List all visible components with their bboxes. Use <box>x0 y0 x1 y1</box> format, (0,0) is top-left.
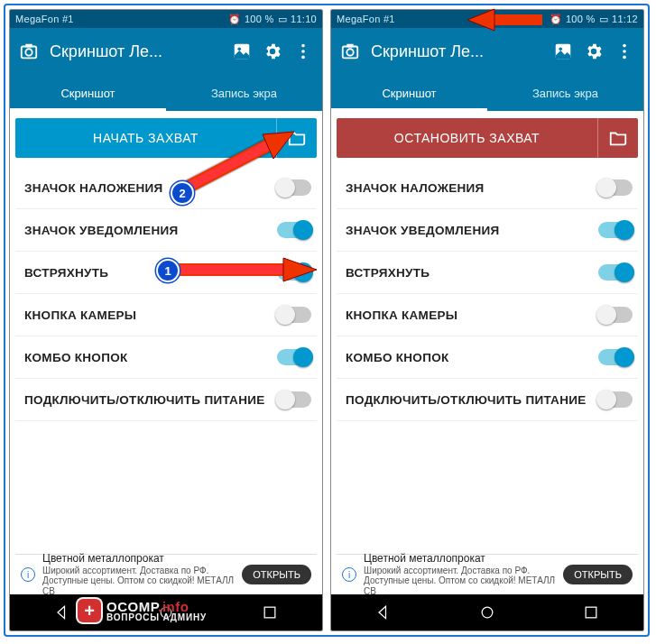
row-overlay-icon[interactable]: ЗНАЧОК НАЛОЖЕНИЯ <box>15 167 317 209</box>
switch-camera-button[interactable] <box>598 307 633 323</box>
battery-icon: ▭ <box>599 14 608 25</box>
row-power-toggle[interactable]: ПОДКЛЮЧИТЬ/ОТКЛЮЧИТЬ ПИТАНИЕ <box>15 379 317 421</box>
switch-power-toggle[interactable] <box>598 391 633 408</box>
gallery-icon[interactable] <box>553 41 573 61</box>
tab-record[interactable]: Запись экра <box>166 75 322 111</box>
switch-button-combo[interactable] <box>277 349 311 365</box>
tab-record[interactable]: Запись экра <box>487 75 643 111</box>
row-button-combo[interactable]: КОМБО КНОПОК <box>337 336 638 379</box>
ad-banner[interactable]: i Цветной металлопрокат Широкий ассортим… <box>337 554 638 594</box>
ad-open-button[interactable]: ОТКРЫТЬ <box>242 565 311 584</box>
switch-notification-icon[interactable] <box>277 222 311 238</box>
battery-label: 100 % <box>245 14 274 24</box>
app-bar: Скриншот Ле... <box>331 28 643 75</box>
svg-point-4 <box>237 47 241 51</box>
capture-folder-icon[interactable] <box>597 118 638 158</box>
ad-info-icon[interactable]: i <box>342 567 356 582</box>
app-logo-camera-icon <box>19 41 39 61</box>
svg-point-1 <box>25 49 32 55</box>
tab-bar: Скриншот Запись экра <box>10 75 322 111</box>
ad-open-button[interactable]: ОТКРЫТЬ <box>563 565 633 584</box>
svg-point-17 <box>623 56 626 60</box>
svg-point-7 <box>301 56 305 60</box>
svg-rect-12 <box>346 44 353 48</box>
switch-button-combo[interactable] <box>598 349 633 365</box>
svg-point-16 <box>623 50 626 53</box>
row-button-combo[interactable]: КОМБО КНОПОК <box>15 336 317 379</box>
row-camera-button[interactable]: КНОПКА КАМЕРЫ <box>15 294 317 336</box>
overflow-menu-icon[interactable] <box>614 41 634 61</box>
tab-bar: Скриншот Запись экра <box>331 75 643 111</box>
switch-shake[interactable] <box>598 264 633 281</box>
content-area: НАЧАТЬ ЗАХВАТ ЗНАЧОК НАЛОЖЕНИЯ ЗНАЧОК УВ… <box>10 111 322 594</box>
row-overlay-icon[interactable]: ЗНАЧОК НАЛОЖЕНИЯ <box>337 167 638 209</box>
svg-point-15 <box>623 44 626 48</box>
ad-title: Цветной металлопрокат <box>42 553 235 566</box>
switch-overlay-icon[interactable] <box>277 179 311 196</box>
switch-overlay-icon[interactable] <box>598 179 633 196</box>
row-notification-icon[interactable]: ЗНАЧОК УВЕДОМЛЕНИЯ <box>337 209 638 252</box>
clock-label: 11:12 <box>612 14 638 24</box>
nav-home-icon[interactable] <box>478 603 496 621</box>
svg-point-6 <box>301 50 305 53</box>
carrier-label: MegaFon #1 <box>337 14 395 24</box>
stop-capture-label: ОСТАНОВИТЬ ЗАХВАТ <box>337 131 597 145</box>
content-area: ОСТАНОВИТЬ ЗАХВАТ ЗНАЧОК НАЛОЖЕНИЯ ЗНАЧО… <box>331 111 643 594</box>
alarm-icon: ⏰ <box>550 14 562 25</box>
phone-left: MegaFon #1 ⏰ 100 % ▭ 11:10 Скриншот Ле..… <box>9 9 323 631</box>
svg-point-18 <box>482 607 493 618</box>
app-title: Скриншот Ле... <box>50 42 221 61</box>
switch-camera-button[interactable] <box>277 307 311 323</box>
status-bar: MegaFon #1 ⏰ 100 % ▭ 11:12 <box>331 10 643 28</box>
status-bar: MegaFon #1 ⏰ 100 % ▭ 11:10 <box>10 10 322 28</box>
row-shake[interactable]: ВСТРЯХНУТЬ <box>337 252 638 294</box>
svg-rect-2 <box>25 44 32 48</box>
app-title: Скриншот Ле... <box>371 42 542 61</box>
row-notification-icon[interactable]: ЗНАЧОК УВЕДОМЛЕНИЯ <box>15 209 317 252</box>
ad-title: Цветной металлопрокат <box>364 553 556 566</box>
nav-back-icon[interactable] <box>374 603 393 621</box>
battery-label: 100 % <box>566 14 596 24</box>
tab-screenshot[interactable]: Скриншот <box>10 75 166 111</box>
row-shake[interactable]: ВСТРЯХНУТЬ <box>15 252 317 294</box>
svg-point-11 <box>346 49 353 55</box>
svg-rect-19 <box>586 607 596 618</box>
alarm-icon: ⏰ <box>228 14 241 25</box>
overflow-menu-icon[interactable] <box>293 41 313 61</box>
start-capture-label: НАЧАТЬ ЗАХВАТ <box>15 131 276 145</box>
carrier-label: MegaFon #1 <box>15 14 74 24</box>
svg-point-8 <box>161 607 171 618</box>
nav-home-icon[interactable] <box>157 603 175 621</box>
android-nav-bar <box>10 594 322 630</box>
nav-recent-icon[interactable] <box>582 603 600 621</box>
row-camera-button[interactable]: КНОПКА КАМЕРЫ <box>337 294 638 336</box>
nav-recent-icon[interactable] <box>261 603 279 621</box>
nav-back-icon[interactable] <box>53 603 71 621</box>
app-bar: Скриншот Ле... <box>10 28 322 75</box>
capture-folder-icon[interactable] <box>276 118 317 158</box>
battery-icon: ▭ <box>278 14 287 25</box>
clock-label: 11:10 <box>291 14 317 24</box>
row-power-toggle[interactable]: ПОДКЛЮЧИТЬ/ОТКЛЮЧИТЬ ПИТАНИЕ <box>337 379 638 421</box>
app-logo-camera-icon <box>340 41 360 61</box>
settings-gear-icon[interactable] <box>584 41 604 61</box>
ad-text: Широкий ассортимент. Доставка по РФ. Дос… <box>42 566 235 597</box>
svg-point-5 <box>301 44 305 48</box>
ad-banner[interactable]: i Цветной металлопрокат Широкий ассортим… <box>15 554 317 594</box>
svg-rect-9 <box>264 607 275 618</box>
ad-text: Широкий ассортимент. Доставка по РФ. Дос… <box>364 566 556 597</box>
settings-gear-icon[interactable] <box>263 41 282 61</box>
svg-point-14 <box>559 47 562 51</box>
switch-notification-icon[interactable] <box>598 222 633 238</box>
start-capture-button[interactable]: НАЧАТЬ ЗАХВАТ <box>15 118 317 158</box>
phone-right: MegaFon #1 ⏰ 100 % ▭ 11:12 Скриншот Ле..… <box>330 9 644 631</box>
android-nav-bar <box>331 594 643 630</box>
switch-power-toggle[interactable] <box>277 391 311 408</box>
stop-capture-button[interactable]: ОСТАНОВИТЬ ЗАХВАТ <box>337 118 638 158</box>
gallery-icon[interactable] <box>232 41 252 61</box>
switch-shake[interactable] <box>277 264 311 281</box>
ad-info-icon[interactable]: i <box>21 567 35 582</box>
tab-screenshot[interactable]: Скриншот <box>331 75 487 111</box>
